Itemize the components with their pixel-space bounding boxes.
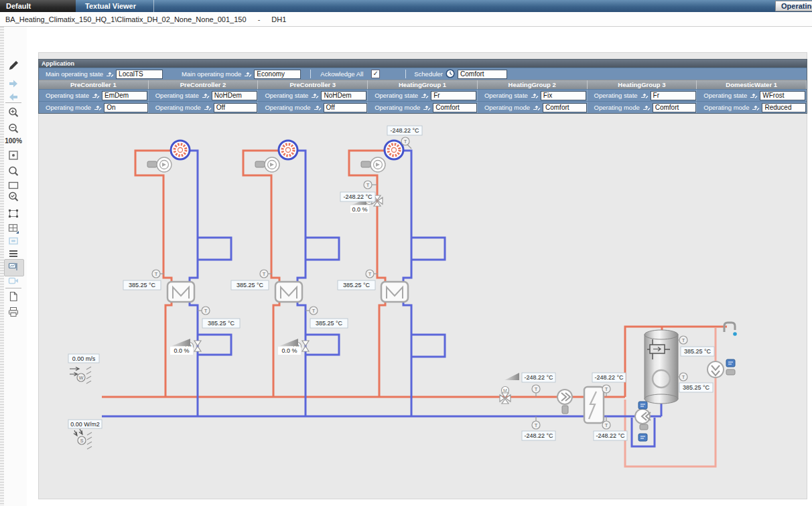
override-icon[interactable] [530, 92, 539, 99]
override-icon[interactable] [203, 104, 212, 111]
fit-view-icon[interactable] [6, 149, 21, 163]
temp-label-c3-supply[interactable]: 385.25 °C [338, 280, 375, 290]
operating-mode-value[interactable]: On [104, 103, 148, 112]
operating-state-value[interactable]: NoHDem [321, 91, 366, 100]
scheduler-clock-icon[interactable] [446, 69, 455, 80]
operating-mode-value[interactable]: Comfort [433, 103, 477, 112]
temp-label-tank-top[interactable]: 385.25 °C [681, 347, 714, 356]
override-icon[interactable] [91, 92, 100, 99]
scheduler-value[interactable]: Comfort [458, 70, 507, 79]
pump-controller-icon[interactable] [370, 157, 385, 172]
operating-mode-label: Operating mode [155, 104, 201, 111]
circuit2-pump[interactable] [279, 141, 297, 159]
setpoint-icon[interactable] [726, 359, 735, 367]
tab-textual-viewer[interactable]: Textual Viewer [76, 0, 154, 12]
operating-mode-value[interactable]: Comfort [543, 103, 587, 112]
svg-text:385.25 °C: 385.25 °C [683, 384, 710, 391]
operating-mode-value[interactable]: Reduced [762, 103, 806, 112]
circuit1-pump[interactable] [171, 141, 190, 159]
override-icon[interactable] [313, 104, 322, 111]
svg-text:385.25 °C: 385.25 °C [236, 282, 264, 288]
temp-label-main-return[interactable]: -248.22 °C [522, 431, 555, 440]
temp-label-c2-supply[interactable]: 385.25 °C [231, 280, 269, 290]
electric-boiler[interactable] [584, 387, 604, 423]
operating-button[interactable]: Operating [775, 1, 812, 11]
graphic-viewer-icon[interactable] [6, 260, 21, 274]
tank-charging-pump[interactable] [635, 409, 651, 424]
operating-state-value[interactable]: EmDem [102, 91, 147, 100]
override-icon[interactable] [532, 104, 541, 111]
svg-text:385.25 °C: 385.25 °C [343, 282, 370, 288]
document-icon[interactable] [6, 290, 21, 304]
forward-arrow-icon[interactable] [6, 78, 21, 91]
main-operating-state-value[interactable]: LocalTS [116, 70, 163, 79]
tab-default[interactable]: Default [0, 0, 76, 12]
acknowledge-all-checkbox[interactable]: ✓ [371, 70, 380, 78]
setpoint-icon[interactable] [638, 402, 647, 409]
selection-tool-icon[interactable] [6, 235, 21, 248]
dhw-circulation-pump[interactable] [707, 361, 724, 377]
select-region-icon[interactable] [6, 207, 21, 221]
group-state-cell: Operating state EmDem [39, 90, 149, 101]
temp-label-main-supply-after[interactable]: -248.22 °C [592, 373, 626, 382]
operating-mode-value[interactable]: Off [324, 103, 368, 112]
temp-label-c3-valve[interactable]: -248.22 °C [340, 192, 375, 201]
left-toolbar: 100% [0, 27, 27, 506]
group-mode-cell: Operating mode Comfort [478, 102, 588, 113]
operating-state-value[interactable]: Fix [541, 91, 586, 100]
override-icon[interactable] [642, 104, 651, 111]
operating-state-value[interactable]: Fr [651, 91, 696, 100]
heat-exchanger-3[interactable] [381, 282, 408, 302]
circuit3-pump[interactable] [385, 141, 403, 159]
camera-icon[interactable] [6, 274, 21, 288]
main-operating-mode-value[interactable]: Economy [254, 70, 301, 79]
override-icon[interactable] [243, 70, 252, 78]
zoom-out-icon[interactable] [6, 122, 21, 136]
separator [405, 70, 406, 78]
temp-label-c2-return[interactable]: 385.25 °C [310, 319, 348, 328]
heat-exchanger-2[interactable] [275, 282, 302, 302]
operating-mode-label: Operating mode [484, 104, 530, 111]
group-header: HeatingGroup 1 [368, 80, 478, 89]
edit-pen-icon[interactable] [6, 60, 21, 73]
operating-state-value[interactable]: NoHDem [212, 91, 257, 100]
operating-mode-value[interactable]: Comfort [653, 103, 697, 112]
override-icon[interactable] [422, 104, 431, 111]
wind-speed-label[interactable]: 0.00 m/s [68, 354, 99, 363]
dhw-storage-tank[interactable] [645, 330, 678, 404]
operating-state-value[interactable]: Fr [431, 91, 476, 100]
temp-label-tank-bottom[interactable]: 385.25 °C [679, 383, 713, 392]
override-icon[interactable] [640, 92, 649, 99]
split-pane-icon[interactable] [6, 222, 21, 236]
temp-label-main-supply[interactable]: -248.22 °C [522, 373, 555, 382]
operating-state-value[interactable]: WFrost [760, 91, 805, 100]
svg-text:T: T [682, 374, 685, 380]
pump-controller-icon[interactable] [157, 157, 172, 172]
svg-text:T: T [366, 182, 370, 188]
svg-text:S: S [80, 438, 84, 443]
override-icon[interactable] [201, 92, 210, 99]
override-icon[interactable] [310, 92, 319, 99]
heat-exchanger-1[interactable] [167, 282, 194, 302]
override-icon[interactable] [751, 104, 760, 111]
temp-label-c3-top[interactable]: -248.22 °C [387, 126, 422, 135]
acknowledge-all-label: Ackowledge All [320, 70, 363, 78]
override-icon[interactable] [420, 92, 429, 99]
group-header: PreController 2 [149, 80, 259, 89]
magnifier-icon[interactable] [6, 165, 21, 179]
print-icon[interactable] [6, 306, 21, 319]
zoom-previous-icon[interactable] [6, 191, 21, 204]
zoom-in-icon[interactable] [6, 106, 21, 120]
pump-controller-icon[interactable] [265, 157, 279, 172]
temp-label-c1-return[interactable]: 385.25 °C [202, 319, 240, 328]
override-icon[interactable] [749, 92, 758, 99]
setpoint-icon[interactable] [638, 434, 647, 441]
main-pump[interactable] [557, 390, 572, 404]
override-icon[interactable] [105, 70, 114, 78]
solar-irradiance-label[interactable]: 0.00 W/m2 [68, 420, 102, 428]
svg-text:0.00 m/s: 0.00 m/s [72, 355, 96, 362]
temp-label-main-return-after[interactable]: -248.22 °C [594, 431, 627, 440]
operating-mode-value[interactable]: Off [214, 103, 258, 112]
temp-label-c1-supply[interactable]: 385.25 °C [123, 280, 161, 290]
override-icon[interactable] [93, 104, 102, 111]
